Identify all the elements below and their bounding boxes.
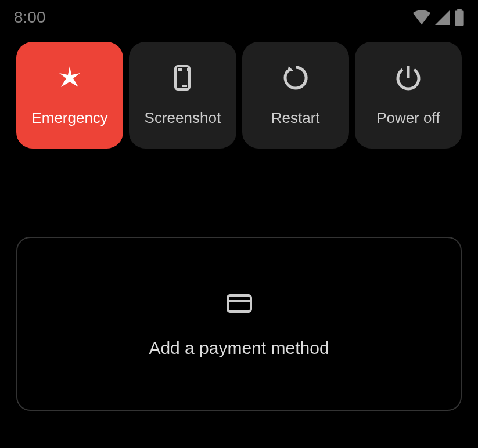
cellular-icon [435,10,450,25]
restart-label: Restart [271,109,320,127]
status-bar: 8:00 [0,0,478,35]
clock: 8:00 [14,8,46,27]
add-payment-card[interactable]: Add a payment method [16,237,462,411]
emergency-label: Emergency [31,109,108,127]
screenshot-button[interactable]: Screenshot [129,42,236,149]
add-payment-label: Add a payment method [149,338,329,358]
screenshot-label: Screenshot [145,109,221,127]
wifi-icon [413,10,430,25]
asterisk-icon [56,64,84,92]
power-icon [394,64,422,92]
status-icons [413,9,464,26]
restart-button[interactable]: Restart [242,42,349,149]
emergency-button[interactable]: Emergency [16,42,123,149]
restart-icon [282,64,310,92]
poweroff-label: Power off [376,109,440,127]
battery-icon [455,9,464,26]
power-menu: Emergency Screenshot Restart Power off [0,35,478,156]
svg-rect-1 [228,295,251,312]
poweroff-button[interactable]: Power off [355,42,462,149]
credit-card-icon [225,290,253,317]
screenshot-icon [168,64,196,92]
